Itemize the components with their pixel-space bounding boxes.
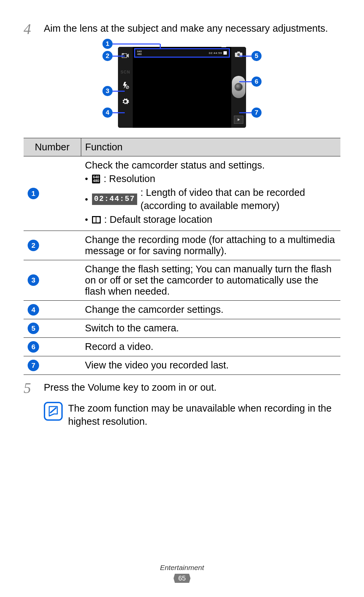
row-1-bullet-resolution: 640480 : Resolution [85,172,336,185]
step-number-5: 5 [24,381,44,396]
table-row: 3 Change the flash setting; You can manu… [24,260,340,300]
row-1-bullet-length: 02:44:57 : Length of video that can be r… [85,186,336,212]
callout-badge-1: 1 [102,39,113,49]
callout-badge-7: 7 [251,108,262,118]
callout-1: 1 [102,39,160,49]
note-text: The zoom function may be unavailable whe… [68,402,340,428]
row-3-text: Change the flash setting; You can manual… [81,260,340,300]
page-footer: Entertainment 65 [0,564,364,583]
resolution-chip-icon: 640480 [92,175,100,183]
row-1-lead: Check the camcorder status and settings. [85,160,336,171]
callout-badge-5: 5 [251,51,262,61]
callout-3: 3 [102,86,125,96]
callout-badge-3: 3 [102,86,113,96]
status-resolution-bot: 480 [137,53,142,56]
callout-7: 7 [239,108,262,118]
table-row: 6 Record a video. [24,337,340,356]
table-row: 2 Change the recording mode (for attachi… [24,231,340,260]
col-function: Function [81,138,340,156]
step-4: 4 Aim the lens at the subject and make a… [24,22,340,37]
callout-5: 5 [239,51,262,61]
svg-line-3 [126,86,128,88]
row-badge-2: 2 [28,240,39,251]
row-6-text: Record a video. [81,337,340,356]
note-icon [44,402,63,421]
status-time: 02:44:59 [209,52,222,55]
callout-6: 6 [239,77,262,87]
step-number-4: 4 [24,22,44,37]
callout-badge-4: 4 [102,108,113,118]
storage-chip-icon [92,216,101,223]
row-badge-5: 5 [28,323,39,334]
row-badge-1: 1 [28,188,39,199]
row-badge-7: 7 [28,360,39,371]
camcorder-diagram: SCN 640 480 02:44:59 [24,43,340,130]
callout-badge-6: 6 [251,77,262,87]
settings-gear-icon [121,97,130,106]
table-row: 5 Switch to the camera. [24,319,340,337]
step-5-text: Press the Volume key to zoom in or out. [44,381,340,396]
row-1-bullet-storage: : Default storage location [85,213,336,226]
table-row: 1 Check the camcorder status and setting… [24,156,340,231]
callout-badge-2: 2 [102,51,113,61]
row-badge-6: 6 [28,341,39,353]
row-badge-3: 3 [28,274,39,286]
callout-4: 4 [102,108,125,118]
page-number: 65 [174,574,190,583]
table-row: 4 Change the camcorder settings. [24,300,340,319]
time-chip-icon: 02:44:57 [92,193,137,205]
camcorder-screen: SCN 640 480 02:44:59 [118,47,246,128]
row-4-text: Change the camcorder settings. [81,300,340,319]
col-number: Number [24,138,81,156]
callout-2: 2 [102,51,125,61]
row-7-text: View the video you recorded last. [81,356,340,375]
battery-icon [221,44,226,47]
status-bar: 640 480 02:44:59 [134,48,230,58]
footer-section: Entertainment [0,564,364,572]
storage-icon [223,51,227,55]
step-5: 5 Press the Volume key to zoom in or out… [24,381,340,396]
scn-label: SCN [121,70,130,74]
function-table: Number Function 1 Check the camcorder st… [24,138,340,375]
note: The zoom function may be unavailable whe… [44,402,340,428]
table-row: 7 View the video you recorded last. [24,356,340,375]
step-4-text: Aim the lens at the subject and make any… [44,22,340,37]
row-badge-4: 4 [28,304,39,316]
row-5-text: Switch to the camera. [81,319,340,337]
row-2-text: Change the recording mode (for attaching… [81,231,340,260]
